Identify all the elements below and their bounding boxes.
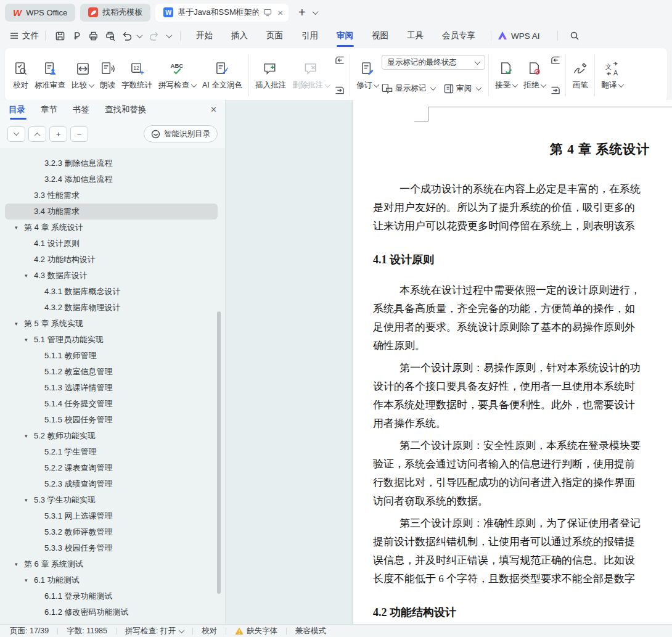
toc-scrollbar[interactable] <box>217 311 221 594</box>
menu-item-review[interactable]: 审阅 <box>327 25 363 47</box>
search-icon[interactable] <box>567 28 583 43</box>
toc-item[interactable]: 5.1.3 选课详情管理 <box>5 380 218 396</box>
proofread-button[interactable]: 校对 <box>10 51 31 99</box>
document-page[interactable]: 第 4 章 系统设计 一个成功设计的系统在内容上必定是丰富的，在系统是对用户友好… <box>353 100 672 625</box>
toc-item[interactable]: ▾6.1 功能测试 <box>5 572 218 588</box>
missing-font-warning[interactable]: 缺失字体 <box>226 626 286 636</box>
page-indicator[interactable]: 页面: 17/39 <box>10 626 57 636</box>
toc-item[interactable]: ▾5.1 管理员功能实现 <box>5 332 218 348</box>
collapse-all-button[interactable] <box>7 126 25 142</box>
standard-review-button[interactable]: 标准审查 <box>31 51 68 99</box>
proofread-status[interactable]: 校对 <box>193 626 226 636</box>
next-change-icon[interactable] <box>550 86 561 95</box>
toc-item[interactable]: ▾4.1 设计原则 <box>5 236 218 252</box>
toc-item[interactable]: 5.1.5 校园任务管理 <box>5 412 218 428</box>
word-count-button[interactable]: 12 字数统计 <box>118 51 155 99</box>
collapse-triangle-icon[interactable]: ▾ <box>15 561 24 567</box>
export-pdf-icon[interactable] <box>68 28 85 43</box>
toc-item[interactable]: ▾5.3 学生功能实现 <box>5 492 218 508</box>
menu-item-page[interactable]: 页面 <box>257 25 292 47</box>
toc-item[interactable]: 5.3.2 教师评教管理 <box>5 524 218 540</box>
collapse-triangle-icon[interactable]: ▾ <box>25 433 34 439</box>
toc-item[interactable]: 3.2.4 添加信息流程 <box>5 171 218 187</box>
compare-button[interactable]: 比较 <box>68 51 97 99</box>
previous-comment-icon[interactable] <box>334 55 345 65</box>
toc-item[interactable]: 5.1.2 教室信息管理 <box>5 364 218 380</box>
save-icon[interactable] <box>52 28 68 43</box>
expand-all-button[interactable] <box>28 126 46 142</box>
ai-polish-button[interactable]: AI 全文润色 <box>199 51 245 99</box>
toc-item[interactable]: 5.1.4 任务提交管理 <box>5 396 218 412</box>
previous-change-icon[interactable] <box>550 55 561 65</box>
review-pane-button[interactable]: 审阅 <box>444 83 481 94</box>
tab-docer-templates[interactable]: 找稻壳模板 <box>80 4 150 22</box>
toc-item[interactable]: ▾第 5 章 系统实现 <box>5 316 218 332</box>
spellcheck-indicator[interactable]: 拼写检查: 打开 <box>117 626 192 636</box>
print-preview-icon[interactable] <box>102 28 118 43</box>
pen-button[interactable]: 画笔 <box>569 51 591 99</box>
insert-comment-button[interactable]: 插入批注 <box>252 51 289 99</box>
reject-change-button[interactable]: 拒绝 <box>520 51 549 99</box>
toc-item[interactable]: 3.2.3 删除信息流程 <box>5 155 218 171</box>
translate-button[interactable]: 文A 翻译 <box>598 51 626 99</box>
expand-level-button[interactable]: + <box>49 126 67 142</box>
accept-change-button[interactable]: 接受 <box>492 51 520 99</box>
track-changes-button[interactable]: 修订 <box>353 51 382 99</box>
collapse-triangle-icon[interactable]: ▾ <box>15 321 24 327</box>
toc-item[interactable]: ▾3.4 功能需求 <box>5 203 218 220</box>
print-icon[interactable] <box>85 28 102 43</box>
monitor-icon[interactable] <box>263 8 272 17</box>
toc-item[interactable]: ▾4.2 功能结构设计 <box>5 252 218 268</box>
toc-item[interactable]: 4.3.1 数据库概念设计 <box>5 284 218 300</box>
toc-item[interactable]: 5.1.1 教师管理 <box>5 348 218 364</box>
menu-item-tools[interactable]: 工具 <box>398 25 433 47</box>
toc-item[interactable]: 5.3.3 校园任务管理 <box>5 540 218 556</box>
next-comment-icon[interactable] <box>334 86 345 95</box>
menu-item-insert[interactable]: 插入 <box>222 25 257 47</box>
smart-toc-button[interactable]: 智能识别目录 <box>144 125 218 142</box>
menu-item-view[interactable]: 视图 <box>363 25 398 47</box>
file-menu-button[interactable]: 文件 <box>10 30 39 41</box>
menu-item-home[interactable]: 开始 <box>187 25 222 47</box>
menu-item-membership[interactable]: 会员专享 <box>433 25 485 47</box>
toc-item[interactable]: ▾第 6 章 系统测试 <box>5 556 218 572</box>
collapse-level-button[interactable]: − <box>70 126 88 142</box>
toc-item[interactable]: 5.2.2 课表查询管理 <box>5 460 218 476</box>
sidebar-tab-contents[interactable]: 目录 <box>9 100 25 120</box>
toc-item[interactable]: 5.2.3 成绩查询管理 <box>5 476 218 492</box>
toc-item[interactable]: ▾4.3 数据库设计 <box>5 268 218 284</box>
sidebar-tab-chapters[interactable]: 章节 <box>41 100 57 120</box>
collapse-triangle-icon[interactable]: ▾ <box>15 224 24 231</box>
compatibility-mode-indicator[interactable]: 兼容模式 <box>287 626 335 636</box>
spell-check-button[interactable]: ABC 拼写检查 <box>155 51 199 99</box>
toc-item[interactable]: ▾5.2 教师功能实现 <box>5 428 218 444</box>
collapse-triangle-icon[interactable]: ▾ <box>25 273 34 279</box>
toc-item[interactable]: 6.1.1 登录功能测试 <box>5 588 218 604</box>
close-tab-icon[interactable]: × <box>277 8 283 17</box>
markup-state-dropdown[interactable]: 显示标记的最终状态 <box>382 55 485 70</box>
collapse-triangle-icon[interactable]: ▾ <box>25 337 34 343</box>
undo-options-chevron-icon[interactable] <box>137 32 143 38</box>
show-markup-button[interactable]: 显示标记 <box>382 83 435 94</box>
tab-list-chevron-icon[interactable] <box>312 9 318 15</box>
toc-item[interactable]: 4.3.2 数据库物理设计 <box>5 300 218 316</box>
quick-access-chevron-icon[interactable] <box>166 32 173 38</box>
new-tab-button[interactable]: + <box>298 6 306 18</box>
wps-ai-button[interactable]: WPS AI <box>498 31 540 41</box>
undo-icon[interactable] <box>118 28 135 43</box>
toc-item[interactable]: ▾3.3 性能需求 <box>5 187 218 203</box>
menu-item-references[interactable]: 引用 <box>292 25 327 47</box>
toc-item[interactable]: 5.3.1 网上选课管理 <box>5 508 218 524</box>
toc-item[interactable]: 6.1.2 修改密码功能测试 <box>5 604 218 620</box>
toc-item[interactable]: ▾第 4 章 系统设计 <box>5 220 218 236</box>
tab-document[interactable]: W 基于Java和SSM框架的校园教 × <box>155 4 289 22</box>
collapse-triangle-icon[interactable]: ▾ <box>25 577 34 583</box>
tab-wps-home[interactable]: W WPS Office <box>5 4 75 22</box>
close-sidebar-icon[interactable]: × <box>211 105 216 115</box>
read-aloud-button[interactable]: 朗读 <box>97 51 118 99</box>
collapse-triangle-icon[interactable]: ▾ <box>25 497 34 503</box>
sidebar-tab-bookmarks[interactable]: 书签 <box>73 100 89 120</box>
word-count-indicator[interactable]: 字数: 11985 <box>58 626 116 636</box>
toc-item[interactable]: 5.2.1 学生管理 <box>5 444 218 460</box>
sidebar-tab-find-replace[interactable]: 查找和替换 <box>105 100 147 120</box>
